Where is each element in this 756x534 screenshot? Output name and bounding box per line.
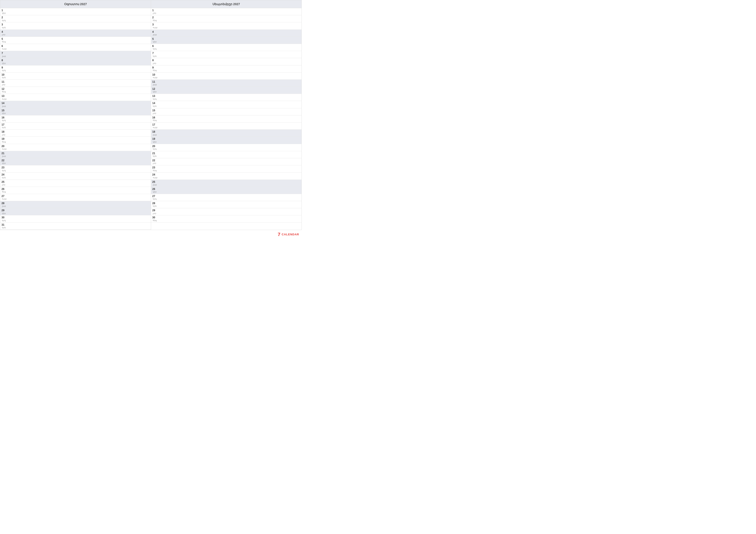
month-august: Օգոստոս 20271կիր2երկ3երե4չոր5հնգ6ուրբ7շա… — [0, 0, 151, 230]
day-number: 1 — [152, 9, 157, 12]
day-name: չոր — [2, 84, 6, 86]
day-number: 26 — [152, 188, 157, 191]
day-number: 5 — [2, 38, 6, 40]
day-cell: 27ուրբ — [2, 195, 7, 200]
day-number: 6 — [152, 44, 157, 48]
day-row: 12կիր — [151, 87, 302, 94]
calendar-container: Օգոստոս 20271կիր2երկ3երե4չոր5հնգ6ուրբ7շա… — [0, 0, 302, 230]
day-cell: 19կիր — [152, 138, 157, 143]
day-name: շաբ — [2, 105, 6, 108]
day-cell: 7երե — [152, 52, 157, 57]
day-number: 30 — [152, 216, 157, 219]
day-name: երե — [2, 226, 6, 229]
day-name: կիր — [2, 62, 6, 64]
day-number: 13 — [2, 94, 7, 97]
day-name: երե — [2, 76, 6, 79]
day-name: երե — [153, 55, 157, 58]
day-name: չոր — [2, 184, 6, 186]
day-row: 5կիր — [151, 37, 302, 44]
day-cell: 23հնգ — [152, 166, 157, 172]
day-name: հնգ — [2, 191, 6, 193]
day-cell: 19հնգ — [2, 138, 6, 143]
day-number: 11 — [152, 80, 157, 83]
day-row: 17ուրբ — [151, 122, 302, 130]
day-name: հնգ — [153, 19, 157, 22]
day-cell: 18շաբ — [152, 130, 157, 136]
day-name: չոր — [153, 162, 157, 165]
day-cell: 9հնգ — [152, 66, 157, 72]
day-number: 7 — [2, 52, 6, 55]
day-number: 18 — [152, 130, 157, 133]
day-number: 27 — [152, 195, 157, 198]
day-cell: 3երե — [2, 23, 6, 29]
day-name: շաբ — [153, 134, 157, 136]
day-cell: 27երկ — [152, 195, 157, 200]
day-number: 29 — [2, 209, 6, 212]
day-cell: 28երե — [152, 202, 157, 207]
day-number: 12 — [2, 88, 6, 90]
day-name: հնգ — [2, 141, 6, 143]
day-number: 15 — [152, 109, 157, 112]
day-name: ուրբ — [2, 98, 7, 100]
day-number: 4 — [152, 30, 157, 33]
day-number: 8 — [2, 59, 6, 62]
day-number: 11 — [2, 80, 6, 83]
day-row: 20ուրբ — [0, 144, 151, 151]
day-name: կիր — [153, 41, 157, 43]
day-cell: 10երե — [2, 73, 6, 79]
day-row: 10ուրբ — [151, 73, 302, 80]
day-name: կիր — [153, 141, 157, 143]
day-cell: 17ուրբ — [152, 123, 157, 129]
day-cell: 30երկ — [2, 216, 6, 221]
day-row: 2հնգ — [151, 15, 302, 22]
day-row: 13երկ — [151, 94, 302, 101]
day-row: 22կիր — [0, 158, 151, 165]
day-number: 23 — [152, 166, 157, 169]
day-number: 6 — [2, 44, 7, 48]
day-cell: 29կիր — [2, 209, 6, 215]
day-cell: 2հնգ — [152, 16, 157, 21]
day-row: 29չոր — [151, 208, 302, 215]
day-row: 9հնգ — [151, 65, 302, 73]
day-row: 19կիր — [151, 137, 302, 144]
day-cell: 12կիր — [152, 88, 157, 93]
day-cell: 23երկ — [2, 166, 6, 172]
day-cell: 14երե — [152, 102, 157, 107]
day-cell: 22կիր — [2, 159, 6, 165]
day-name: երկ — [2, 219, 6, 222]
day-name: չոր — [153, 62, 157, 64]
day-row: 3ուրբ — [151, 22, 302, 30]
day-number: 10 — [2, 73, 6, 76]
day-row: 24երե — [0, 172, 151, 180]
day-name: երկ — [2, 69, 6, 72]
day-cell: 9երկ — [2, 66, 6, 72]
day-name: երե — [153, 105, 157, 108]
day-number: 16 — [152, 116, 157, 119]
day-name: հնգ — [153, 219, 157, 222]
day-number: 2 — [152, 16, 157, 19]
day-row: 27երկ — [151, 194, 302, 201]
day-number: 4 — [2, 30, 6, 33]
day-number: 13 — [152, 94, 157, 97]
day-number: 3 — [152, 23, 157, 26]
day-cell: 14շաբ — [2, 102, 6, 107]
day-cell: 31երե — [2, 223, 6, 229]
day-name: կիր — [2, 162, 6, 165]
day-row: 1կիր — [0, 8, 151, 15]
day-number: 16 — [2, 116, 6, 119]
day-number: 27 — [2, 195, 7, 198]
day-row: 15չոր — [151, 108, 302, 115]
day-row: 5հնգ — [0, 37, 151, 44]
day-number: 14 — [152, 102, 157, 105]
day-row: 21երե — [151, 151, 302, 158]
day-number: 30 — [2, 216, 6, 219]
day-name: չոր — [2, 34, 6, 36]
day-row: 28շաբ — [0, 201, 151, 208]
day-cell: 2երկ — [2, 16, 6, 21]
day-name: կիր — [153, 91, 157, 93]
day-row: 19հնգ — [0, 137, 151, 144]
day-number: 22 — [2, 159, 6, 162]
day-number: 29 — [152, 209, 157, 212]
day-name: հնգ — [153, 69, 157, 72]
day-row: 8կիր — [0, 58, 151, 65]
